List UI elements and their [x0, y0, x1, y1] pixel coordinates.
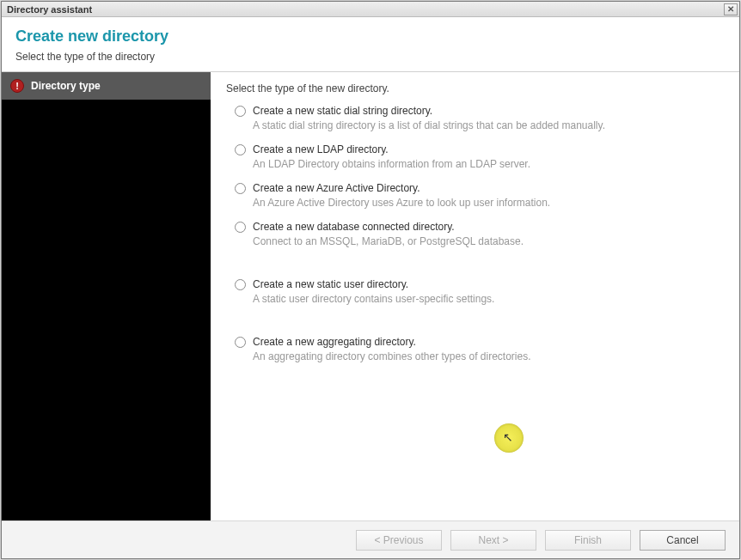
option-label: Create a new static dial string director… — [253, 105, 605, 117]
option-desc: Connect to an MSSQL, MariaDB, or Postgre… — [253, 235, 524, 247]
wizard-header: Create new directory Select the type of … — [2, 17, 739, 72]
option-label: Create a new database connected director… — [253, 221, 524, 233]
option-label: Create a new aggregating directory. — [253, 336, 531, 348]
close-button[interactable]: ✕ — [724, 3, 738, 15]
option-aggregating[interactable]: Create a new aggregating directory. An a… — [235, 336, 724, 362]
option-label: Create a new LDAP directory. — [253, 143, 530, 155]
window-title: Directory assistant — [7, 4, 724, 15]
option-static-user[interactable]: Create a new static user directory. A st… — [235, 278, 724, 305]
radio-icon — [235, 183, 246, 194]
option-desc: An aggregating directory combines other … — [253, 350, 531, 362]
option-desc: An LDAP Directory obtains information fr… — [253, 158, 530, 170]
titlebar: Directory assistant ✕ — [2, 2, 739, 17]
option-label: Create a new Azure Active Directory. — [253, 182, 550, 194]
wizard-content: Select the type of the new directory. Cr… — [211, 72, 739, 520]
content-heading: Select the type of the new directory. — [226, 82, 724, 94]
sidebar-step-directory-type[interactable]: ! Directory type — [2, 72, 211, 100]
sidebar-item-label: Directory type — [31, 80, 101, 92]
option-desc: A static user directory contains user-sp… — [253, 293, 494, 305]
wizard-body: ! Directory type Select the type of the … — [2, 72, 739, 520]
wizard-sidebar: ! Directory type — [2, 72, 211, 520]
radio-icon — [235, 279, 246, 290]
page-title: Create new directory — [15, 27, 726, 46]
option-azure-ad[interactable]: Create a new Azure Active Directory. An … — [235, 182, 724, 209]
radio-icon — [235, 337, 246, 348]
previous-button: < Previous — [356, 530, 442, 551]
option-label: Create a new static user directory. — [253, 278, 494, 290]
page-subtitle: Select the type of the directory — [15, 51, 726, 63]
option-static-dial-string[interactable]: Create a new static dial string director… — [235, 105, 724, 131]
finish-button: Finish — [545, 530, 631, 551]
option-ldap[interactable]: Create a new LDAP directory. An LDAP Dir… — [235, 143, 724, 170]
wizard-window: Directory assistant ✕ Create new directo… — [1, 1, 740, 559]
radio-icon — [235, 144, 246, 155]
radio-icon — [235, 222, 246, 233]
cancel-button[interactable]: Cancel — [640, 530, 726, 551]
radio-icon — [235, 106, 246, 117]
next-button: Next > — [450, 530, 536, 551]
alert-icon: ! — [10, 79, 24, 93]
option-desc: A static dial string directory is a list… — [253, 119, 605, 131]
option-database[interactable]: Create a new database connected director… — [235, 221, 724, 247]
wizard-footer: < Previous Next > Finish Cancel — [2, 520, 739, 558]
option-desc: An Azure Active Directory uses Azure to … — [253, 197, 550, 209]
close-icon: ✕ — [727, 4, 734, 14]
